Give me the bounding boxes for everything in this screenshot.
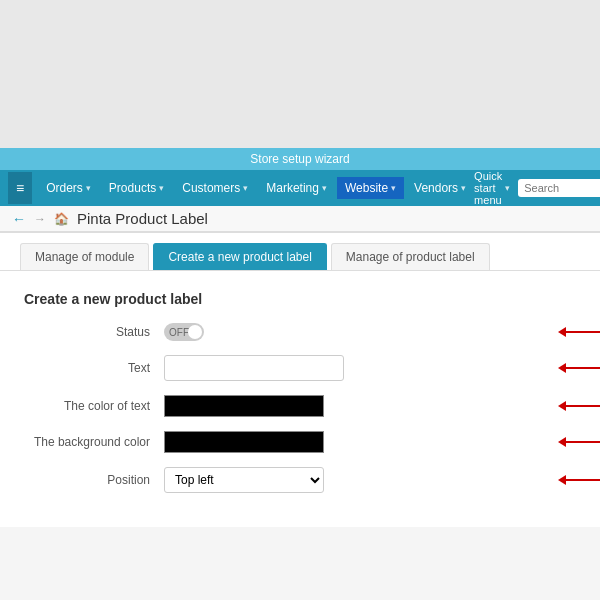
arrow-line — [566, 331, 600, 333]
status-toggle-wrap: OFF — [164, 323, 364, 341]
chevron-icon: ▾ — [391, 183, 396, 193]
top-navigation: ≡ Orders ▾ Products ▾ Customers ▾ Market… — [0, 170, 600, 206]
search-box[interactable]: 🔍 — [518, 179, 600, 197]
page-title: Pinta Product Label — [77, 210, 208, 227]
position-wrap: Top left Top right Bottom left Bottom ri… — [164, 467, 364, 493]
toggle-knob — [188, 325, 202, 339]
nav-item-orders[interactable]: Orders ▾ — [38, 177, 99, 199]
bg-color-wrap — [164, 431, 364, 453]
nav-item-customers[interactable]: Customers ▾ — [174, 177, 256, 199]
label-status: Status — [24, 325, 164, 339]
text-input[interactable] — [164, 355, 344, 381]
arrow-head-icon — [558, 437, 566, 447]
chevron-icon: ▾ — [505, 183, 510, 193]
field-row-text: Text 2 — [24, 355, 576, 381]
form-container: Create a new product label Status OFF 1 — [0, 271, 600, 527]
chevron-icon: ▾ — [461, 183, 466, 193]
arrow-head-icon — [558, 475, 566, 485]
back-button[interactable]: ← — [12, 211, 26, 227]
arrow-head-icon — [558, 363, 566, 373]
tab-create-new[interactable]: Create a new product label — [153, 243, 326, 270]
label-bg-color: The background color — [24, 435, 164, 449]
sub-navigation: ← → 🏠 Pinta Product Label — [0, 206, 600, 232]
arrow-line — [566, 441, 600, 443]
toggle-switch[interactable]: OFF — [164, 323, 204, 341]
status-toggle[interactable]: OFF — [164, 323, 204, 341]
bg-color-swatch[interactable] — [164, 431, 324, 453]
tab-bar: Manage of module Create a new product la… — [0, 233, 600, 271]
field-row-bg-color: The background color 4 — [24, 431, 576, 453]
label-text: Text — [24, 361, 164, 375]
arrow-indicator-5: 5 — [558, 472, 600, 488]
nav-items: Orders ▾ Products ▾ Customers ▾ Marketin… — [38, 177, 474, 199]
chevron-icon: ▾ — [159, 183, 164, 193]
nav-item-vendors[interactable]: Vendors ▾ — [406, 177, 474, 199]
nav-item-website[interactable]: Website ▾ — [337, 177, 404, 199]
arrow-indicator-4: 4 — [558, 434, 600, 450]
position-select[interactable]: Top left Top right Bottom left Bottom ri… — [164, 467, 324, 493]
setup-wizard-bar[interactable]: Store setup wizard — [0, 148, 600, 170]
arrow-line — [566, 479, 600, 481]
forward-button[interactable]: → — [34, 212, 46, 226]
search-input[interactable] — [524, 182, 600, 194]
nav-right: Quick start menu ▾ 🔍 — [474, 170, 600, 206]
field-row-status: Status OFF 1 — [24, 323, 576, 341]
home-icon: 🏠 — [54, 212, 69, 226]
nav-item-marketing[interactable]: Marketing ▾ — [258, 177, 335, 199]
tab-manage-module[interactable]: Manage of module — [20, 243, 149, 270]
section-title: Create a new product label — [24, 291, 576, 307]
arrow-indicator-1: 1 — [558, 324, 600, 340]
quick-start-menu[interactable]: Quick start menu ▾ — [474, 170, 510, 206]
arrow-head-icon — [558, 327, 566, 337]
text-input-wrap — [164, 355, 364, 381]
label-position: Position — [24, 473, 164, 487]
chevron-icon: ▾ — [243, 183, 248, 193]
chevron-icon: ▾ — [86, 183, 91, 193]
arrow-indicator-3: 3 — [558, 398, 600, 414]
arrow-line — [566, 405, 600, 407]
arrow-line — [566, 367, 600, 369]
nav-brand[interactable]: ≡ — [8, 172, 32, 204]
label-text-color: The color of text — [24, 399, 164, 413]
field-row-position: Position Top left Top right Bottom left … — [24, 467, 576, 493]
text-color-wrap — [164, 395, 364, 417]
arrow-head-icon — [558, 401, 566, 411]
text-color-swatch[interactable] — [164, 395, 324, 417]
tab-manage-label[interactable]: Manage of product label — [331, 243, 490, 270]
field-row-text-color: The color of text 3 — [24, 395, 576, 417]
nav-item-products[interactable]: Products ▾ — [101, 177, 172, 199]
setup-wizard-label: Store setup wizard — [250, 152, 349, 166]
arrow-indicator-2: 2 — [558, 360, 600, 376]
chevron-icon: ▾ — [322, 183, 327, 193]
content-area: Manage of module Create a new product la… — [0, 232, 600, 527]
